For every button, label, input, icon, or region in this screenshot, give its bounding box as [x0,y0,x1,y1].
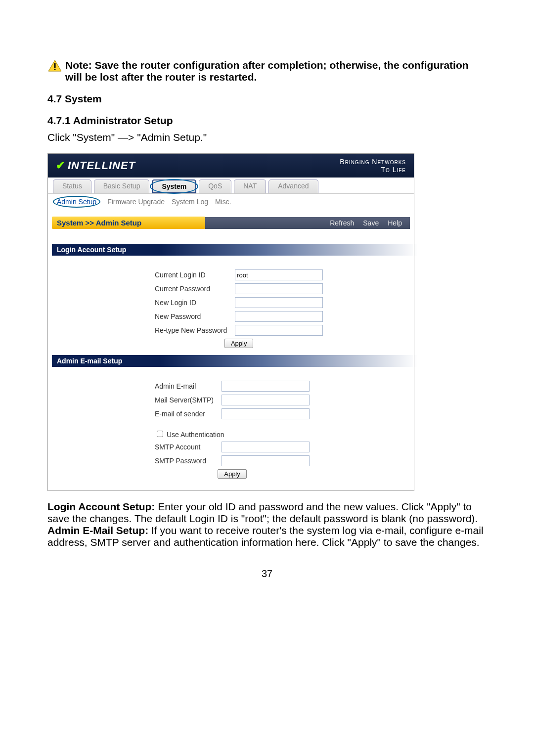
email-sender-input[interactable] [222,408,310,419]
tab-advanced[interactable]: Advanced [268,179,318,193]
retype-password-label: Re-type New Password [151,324,231,337]
use-auth-row[interactable]: Use Authentication [155,431,224,439]
sub-tabs: Admin Setup Firmware Upgrade System Log … [48,193,414,210]
explain-email: Admin E-Mail Setup: If you want to recei… [47,525,487,548]
admin-email-label: Admin E-mail [151,380,218,393]
slogan-line1: Bringing Networks [340,158,406,166]
subtab-system-log[interactable]: System Log [172,198,208,206]
subtab-misc[interactable]: Misc. [215,198,231,206]
save-link[interactable]: Save [363,219,379,227]
retype-password-input[interactable] [235,325,323,336]
brand-slogan: Bringing Networks To Life [340,158,406,174]
mail-server-input[interactable] [222,395,310,405]
new-login-id-label: New Login ID [151,296,231,309]
explain-email-bold: Admin E-Mail Setup: [47,525,148,536]
slogan-line2: To Life [340,166,406,174]
current-password-label: Current Password [151,282,231,295]
breadcrumb-bar: System >> Admin Setup Refresh Save Help [52,217,410,229]
email-apply-button[interactable]: Apply [218,469,247,479]
note-block: Note: Save the router configuration afte… [47,59,487,83]
content-area: System >> Admin Setup Refresh Save Help … [48,210,414,490]
checkmark-icon: ✔ [56,159,65,172]
email-sender-label: E-mail of sender [151,407,218,420]
current-login-id-input[interactable] [235,269,323,280]
mail-server-label: Mail Server(SMTP) [151,394,218,406]
main-tabs: Status Basic Setup System QoS NAT Advanc… [48,178,414,193]
new-password-label: New Password [151,310,231,323]
admin-email-input[interactable] [222,381,310,392]
router-banner: ✔ INTELLINET Bringing Networks To Life [48,154,414,178]
subtab-firmware-upgrade[interactable]: Firmware Upgrade [107,198,165,206]
document-page: Note: Save the router configuration afte… [0,0,534,609]
page-number: 37 [47,568,487,579]
brand-logo: ✔ INTELLINET [56,159,135,172]
smtp-password-label: SMTP Password [151,454,218,467]
smtp-password-input[interactable] [222,455,310,466]
heading-system: 4.7 System [47,93,487,105]
svg-rect-2 [54,69,56,70]
login-section-header: Login Account Setup [52,244,161,256]
current-login-id-label: Current Login ID [151,268,231,281]
explain-login-bold: Login Account Setup: [47,501,155,512]
email-section-header: Admin E-mail Setup [52,355,161,367]
breadcrumb: System >> Admin Setup [52,217,205,229]
new-login-id-input[interactable] [235,297,323,308]
help-link[interactable]: Help [388,219,402,227]
tab-system[interactable]: System [152,179,196,193]
tab-nat[interactable]: NAT [234,179,266,193]
svg-rect-1 [54,63,56,68]
refresh-link[interactable]: Refresh [330,219,354,227]
login-apply-button[interactable]: Apply [224,339,254,348]
login-form: Current Login ID Current Password New Lo… [151,267,327,350]
note-text: Note: Save the router configuration afte… [65,59,487,83]
router-screenshot: ✔ INTELLINET Bringing Networks To Life S… [47,153,414,491]
tab-status[interactable]: Status [53,179,91,193]
tab-basic-setup[interactable]: Basic Setup [94,179,150,193]
smtp-account-input[interactable] [222,442,310,452]
subtab-admin-setup[interactable]: Admin Setup [53,196,100,208]
use-auth-label: Use Authentication [167,431,224,439]
smtp-account-label: SMTP Account [151,441,218,453]
explain-login: Login Account Setup: Enter your old ID a… [47,501,487,525]
heading-admin-setup: 4.7.1 Administrator Setup [47,115,487,127]
brand-name: INTELLINET [68,159,135,172]
new-password-input[interactable] [235,311,323,322]
instruction-text: Click "System" —> "Admin Setup." [47,132,487,143]
tab-qos[interactable]: QoS [199,179,231,193]
email-form: Admin E-mail Mail Server(SMTP) E-mail of… [151,379,313,481]
action-bar: Refresh Save Help [205,217,410,229]
warning-icon [47,59,62,72]
current-password-input[interactable] [235,283,323,294]
use-auth-checkbox[interactable] [157,431,163,437]
